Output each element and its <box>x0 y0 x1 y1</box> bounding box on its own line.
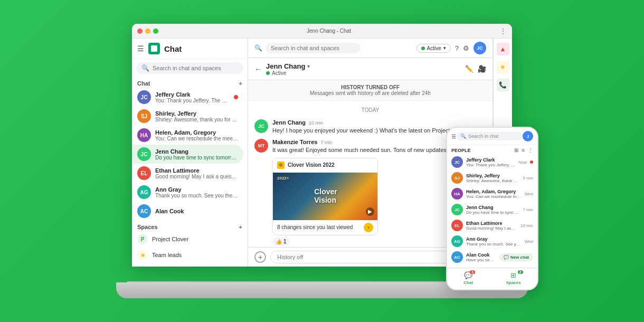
contact-info: Ethan Lattimore Good morning! May I ask … <box>155 167 238 179</box>
contact-jeffery[interactable]: JC Jeffery Clark You: Thank you Jeffery.… <box>132 88 243 107</box>
phone-spaces-icon: ⊞ <box>510 271 516 279</box>
phone-grid-icon[interactable]: ⊞ <box>514 147 518 153</box>
contact-alan[interactable]: AC Alan Cook <box>132 202 243 221</box>
minimize-dot[interactable] <box>145 29 150 34</box>
phone-contact-jenn[interactable]: JC Jenn Chang Do you have time to sync t… <box>447 202 537 217</box>
history-title: HISTORY TURNED OFF <box>252 84 488 90</box>
main-search-input[interactable] <box>266 43 361 53</box>
contact-shirley[interactable]: SJ Shirley, Jeffery Shirley: Awesome, th… <box>132 107 243 126</box>
phone-contact-info: Shirley, Jeffery Shirley: Awesome, thank… <box>466 173 519 183</box>
contact-name: Ann Gray <box>155 186 238 193</box>
card-image: 2022+ CloverVision ▶ <box>273 173 378 220</box>
meet-icon-symbol: 📞 <box>499 81 507 89</box>
phone-sort-icon[interactable]: ⋮ <box>528 147 533 153</box>
status-label: Active <box>427 45 441 51</box>
space-name: Project Clover <box>152 236 188 242</box>
contact-preview: Do you have time to sync tomorrow mor... <box>155 155 238 160</box>
contact-name: Helen, Adam, Gregory <box>155 129 238 136</box>
video-icon[interactable]: 🎥 <box>478 65 486 73</box>
phone-contact-time: 7 min <box>523 207 533 212</box>
card-year: 2022+ <box>277 176 289 181</box>
user-avatar[interactable]: JC <box>473 42 486 54</box>
card-footer: 8 changes since you last viewed › <box>273 220 377 235</box>
space-marketing[interactable]: M Marketing updates <box>132 263 248 267</box>
phone-contact-name: Helen, Adam, Gregory <box>466 189 522 194</box>
new-chat-button[interactable]: 💬 New chat <box>499 253 533 261</box>
card-attachment[interactable]: G Clover Vision 2022 2022+ CloverVision … <box>272 158 378 235</box>
contact-ethan[interactable]: EL Ethan Lattimore Good morning! May I a… <box>132 164 243 183</box>
phone-contact-time: Wed <box>525 192 533 196</box>
phone-hamburger-icon[interactable]: ☰ <box>451 134 456 139</box>
background: Jenn Chang - Chat ⋮ ☰ Chat <box>0 0 644 322</box>
phone-contact-info: Helen, Adam, Gregory You: Can we resched… <box>466 189 522 199</box>
contact-preview: You: Thank you Jeffery. The newele... <box>155 98 230 103</box>
phone-contact-ann[interactable]: AG Ann Gray Thank you so much. See you t… <box>447 233 537 249</box>
contact-preview: Shirley: Awesome, thank you for the... <box>155 117 238 122</box>
phone-section-label: PEOPLE <box>451 148 471 153</box>
meet-icon[interactable]: 📞 <box>497 79 509 91</box>
sidebar-search-input[interactable] <box>153 65 238 71</box>
card-arrow[interactable]: › <box>364 223 373 232</box>
header-left: 🔍 <box>254 43 361 53</box>
phone-tab-spaces[interactable]: ⊞ 2 Spaces <box>506 271 521 285</box>
maximize-dot[interactable] <box>153 29 158 34</box>
contact-helen[interactable]: HA Helen, Adam, Gregory You: Can we resc… <box>132 126 243 145</box>
window-menu-icon[interactable]: ⋮ <box>499 27 507 35</box>
chat-section-add[interactable]: + <box>239 80 242 87</box>
phone-contact-preview: You: Can we reschedule the meeting for..… <box>466 194 522 199</box>
contact-ann[interactable]: AG Ann Gray Thank you so much. See you t… <box>132 183 243 202</box>
space-name: Team leads <box>152 252 182 258</box>
contact-name: Alan Cook <box>155 208 238 214</box>
edit-icon[interactable]: ✏️ <box>465 65 473 73</box>
phone-search-bar[interactable]: 🔍 Search in chat <box>456 132 523 140</box>
active-label: Active <box>272 70 286 76</box>
add-attachment-button[interactable]: + <box>254 251 266 263</box>
drive-icon-symbol: ▲ <box>500 45 506 53</box>
space-project-clover[interactable]: P Project Clover <box>132 231 248 247</box>
space-team-leads[interactable]: ★ Team leads <box>132 247 248 263</box>
phone-contact-preview: You: Thank you Jeffery. The newele... <box>466 163 515 167</box>
phone-contact-ethan[interactable]: EL Ethan Lattimore Good morning! May I a… <box>447 217 537 233</box>
contact-preview: Thank you so much. See you there. <box>155 193 238 198</box>
keep-icon-symbol: ★ <box>500 63 506 71</box>
chevron-down-icon: ▾ <box>443 45 446 51</box>
phone-spaces-label: Spaces <box>506 280 521 285</box>
play-icon[interactable]: ▶ <box>366 207 374 216</box>
phone-chat-badge: 9 <box>470 270 475 274</box>
back-arrow-icon[interactable]: ← <box>254 65 262 73</box>
close-dot[interactable] <box>137 29 143 34</box>
reaction[interactable]: 👍 1 <box>272 238 290 245</box>
status-pill[interactable]: Active ▾ <box>416 44 451 53</box>
contact-name: Jeffery Clark <box>155 91 230 98</box>
hamburger-icon[interactable]: ☰ <box>137 44 144 53</box>
chat-dropdown-icon[interactable]: ▾ <box>307 63 310 69</box>
new-chat-label: New chat <box>510 255 529 260</box>
phone-user-avatar[interactable]: J <box>523 131 533 141</box>
header-right: Active ▾ ? ⚙ JC <box>416 42 486 54</box>
chat-topbar-right: ✏️ 🎥 <box>465 65 486 73</box>
drive-icon[interactable]: ▲ <box>497 43 509 55</box>
history-notice: HISTORY TURNED OFF Messages sent with hi… <box>248 80 493 101</box>
sidebar-search-bar[interactable]: 🔍 <box>136 62 243 74</box>
phone-contact-shirley[interactable]: SJ Shirley, Jeffery Shirley: Awesome, th… <box>447 170 537 186</box>
keep-icon[interactable]: ★ <box>497 61 509 73</box>
spaces-section-add[interactable]: + <box>239 224 242 230</box>
settings-icon[interactable]: ⚙ <box>463 44 469 52</box>
active-dot <box>266 71 270 75</box>
phone-avatar-ann: AG <box>451 235 463 247</box>
phone-contact-jeffery[interactable]: JC Jeffery Clark You: Thank you Jeffery.… <box>447 154 537 170</box>
phone-contact-alan[interactable]: AC Alan Cook Have you seen that... See a… <box>447 249 537 265</box>
phone-list-icon[interactable]: ≡ <box>522 147 525 153</box>
contact-name: Jenn Chang <box>155 148 238 155</box>
contact-preview: You: Can we reschedule the meeting for..… <box>155 136 238 141</box>
msg-name: Makenzie Torres <box>272 139 317 145</box>
phone-tab-chat[interactable]: 💬 9 Chat <box>463 271 473 285</box>
msg-name: Jenn Chang <box>272 119 306 126</box>
phone-contact-helen[interactable]: HA Helen, Adam, Gregory You: Can we resc… <box>447 186 537 202</box>
sidebar: ☰ Chat 🔍 Chat + <box>132 39 248 267</box>
phone-contact-time: Now <box>518 160 527 165</box>
contact-jenn[interactable]: JC Jenn Chang Do you have time to sync t… <box>132 145 243 164</box>
help-icon[interactable]: ? <box>455 44 459 52</box>
sidebar-header: ☰ Chat <box>132 39 248 59</box>
phone-contact-name: Ethan Lattimore <box>466 221 517 226</box>
